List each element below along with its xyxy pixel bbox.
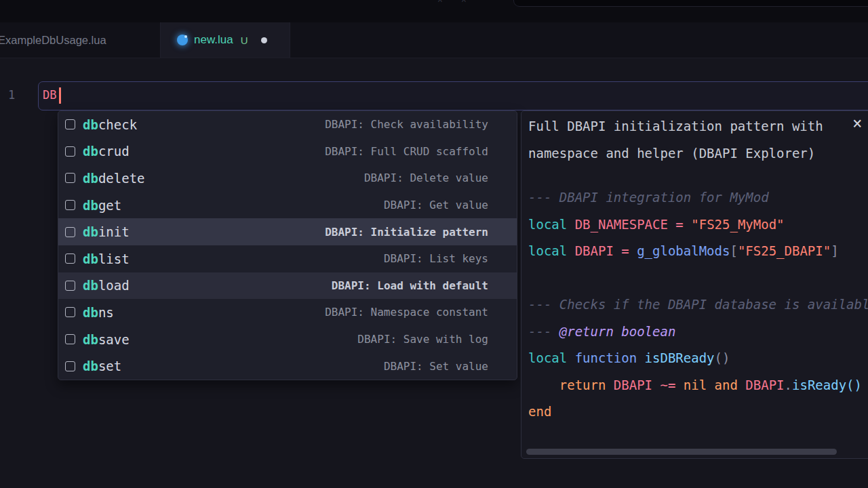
horizontal-scrollbar[interactable] bbox=[526, 449, 837, 455]
tab-new-lua[interactable]: new.lua U bbox=[161, 22, 290, 58]
suggestion-label: dbcrud bbox=[83, 144, 130, 159]
close-icon[interactable]: × bbox=[852, 115, 862, 131]
snippet-icon bbox=[65, 334, 75, 344]
snippet-icon bbox=[65, 307, 75, 317]
title-bar: ⌃ ⌃ bbox=[0, 0, 868, 22]
tab-exampledbusage[interactable]: ExampleDbUsage.lua bbox=[0, 22, 161, 58]
doc-code-line: --- DBAPI integration for MyMod bbox=[528, 184, 868, 211]
doc-code-line: local DBAPI = g_globalMods["FS25_DBAPI"] bbox=[528, 238, 868, 265]
suggestion-detail: DBAPI: Load with default bbox=[332, 279, 488, 292]
suggestion-detail: DBAPI: Save with log bbox=[357, 333, 488, 346]
tab-strip: ExampleDbUsage.lua new.lua U bbox=[0, 22, 868, 58]
suggestion-detail: DBAPI: Initialize pattern bbox=[325, 226, 488, 239]
line-number: 1 bbox=[8, 88, 15, 102]
suggestion-item-dbcheck[interactable]: dbcheckDBAPI: Check availability bbox=[58, 111, 517, 138]
suggest-docs-panel: Full DBAPI initialization pattern with n… bbox=[521, 110, 868, 459]
suggestion-detail: DBAPI: Set value bbox=[384, 360, 488, 373]
suggestion-detail: DBAPI: Namespace constant bbox=[325, 306, 488, 319]
titlebar-panel-edge bbox=[513, 0, 868, 7]
suggest-widget: dbcheckDBAPI: Check availabilitydbcrudDB… bbox=[58, 110, 517, 380]
docs-header: Full DBAPI initialization pattern with n… bbox=[528, 113, 855, 167]
suggestion-detail: DBAPI: Full CRUD scaffold bbox=[325, 145, 488, 158]
snippet-icon bbox=[65, 253, 75, 264]
suggestion-item-dbload[interactable]: dbloadDBAPI: Load with default bbox=[58, 272, 517, 300]
suggestion-detail: DBAPI: Get value bbox=[384, 199, 488, 211]
suggestion-label: dbset bbox=[83, 359, 121, 373]
suggestion-label: dblist bbox=[83, 251, 130, 266]
suggestion-label: dbload bbox=[83, 278, 130, 293]
doc-code: --- DBAPI integration for MyModlocal DB_… bbox=[528, 184, 868, 426]
doc-code-line: local function isDBReady() bbox=[528, 345, 868, 372]
doc-code-line: --- @return boolean bbox=[528, 319, 868, 346]
snippet-icon bbox=[65, 281, 75, 291]
suggestion-item-dbcrud[interactable]: dbcrudDBAPI: Full CRUD scaffold bbox=[58, 138, 517, 165]
snippet-icon bbox=[65, 146, 75, 157]
doc-code-line bbox=[528, 265, 868, 292]
suggestion-item-dbset[interactable]: dbsetDBAPI: Set value bbox=[58, 352, 517, 380]
modified-dot-icon[interactable] bbox=[261, 37, 267, 43]
titlebar-icon: ⌃ bbox=[437, 0, 443, 7]
git-status-badge: U bbox=[241, 35, 248, 46]
suggestion-item-dbns[interactable]: dbnsDBAPI: Namespace constant bbox=[58, 299, 517, 326]
suggestion-label: dbcheck bbox=[83, 117, 137, 132]
suggestion-item-dbsave[interactable]: dbsaveDBAPI: Save with log bbox=[58, 326, 517, 353]
snippet-icon bbox=[65, 200, 75, 210]
tab-label: new.lua bbox=[194, 33, 233, 47]
text-cursor bbox=[59, 87, 61, 104]
suggestion-detail: DBAPI: Check availability bbox=[325, 118, 488, 131]
snippet-icon bbox=[65, 361, 75, 371]
suggest-list: dbcheckDBAPI: Check availabilitydbcrudDB… bbox=[58, 111, 517, 380]
snippet-icon bbox=[65, 173, 75, 183]
tab-label: ExampleDbUsage.lua bbox=[0, 34, 106, 47]
editor-current-line[interactable] bbox=[38, 81, 868, 110]
suggestion-label: dbsave bbox=[83, 332, 130, 347]
suggestion-label: dbget bbox=[83, 198, 121, 213]
lua-file-icon bbox=[177, 35, 188, 45]
suggestion-item-dbdelete[interactable]: dbdeleteDBAPI: Delete value bbox=[58, 165, 517, 192]
editor-typed-text: DB bbox=[43, 88, 56, 102]
snippet-icon bbox=[65, 119, 75, 129]
suggestion-label: dbdelete bbox=[83, 171, 145, 186]
doc-code-line: local DB_NAMESPACE = "FS25_MyMod" bbox=[528, 211, 868, 239]
suggestion-item-dbinit[interactable]: dbinitDBAPI: Initialize pattern bbox=[58, 218, 517, 245]
suggestion-detail: DBAPI: Delete value bbox=[364, 171, 488, 184]
snippet-icon bbox=[65, 227, 75, 237]
suggestion-label: dbns bbox=[83, 305, 114, 320]
titlebar-icon: ⌃ bbox=[461, 0, 467, 7]
doc-code-line: --- Checks if the DBAPI database is avai… bbox=[528, 291, 868, 319]
doc-code-line: return DBAPI ~= nil and DBAPI.isReady() bbox=[528, 372, 868, 399]
suggestion-detail: DBAPI: List keys bbox=[384, 252, 488, 265]
doc-code-line: end bbox=[528, 399, 868, 426]
suggestion-item-dbget[interactable]: dbgetDBAPI: Get value bbox=[58, 192, 517, 219]
suggestion-item-dblist[interactable]: dblistDBAPI: List keys bbox=[58, 245, 517, 272]
suggestion-label: dbinit bbox=[83, 224, 130, 239]
